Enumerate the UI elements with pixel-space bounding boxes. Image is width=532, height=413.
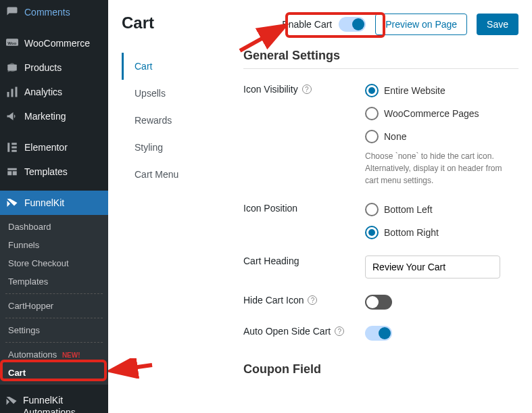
sidebar-label: WooCommerce [24, 38, 90, 49]
funnelkit-submenu: Dashboard Funnels Store Checkout Templat… [0, 215, 108, 385]
radio-circle-icon [365, 107, 379, 120]
templates-icon [5, 165, 19, 178]
icon-visibility-help: Choose `none` to hide the cart icon. Alt… [365, 150, 514, 187]
enable-cart-toggle[interactable] [339, 17, 366, 32]
sidebar-label: FunnelKit [24, 197, 64, 208]
elementor-icon [5, 141, 19, 154]
hide-cart-icon-toggle[interactable] [365, 295, 392, 310]
funnelkit-automations-icon [5, 394, 18, 408]
coupon-field-heading: Coupon Field [243, 362, 518, 382]
cart-heading-label: Cart Heading [243, 256, 365, 266]
svg-rect-5 [16, 87, 18, 97]
radio-circle-icon [365, 84, 379, 97]
submenu-settings[interactable]: Settings [0, 321, 108, 339]
sidebar-item-analytics[interactable]: Analytics [0, 80, 108, 104]
submenu-templates[interactable]: Templates [0, 272, 108, 291]
icon-visibility-radio-group: Entire Website WooCommerce Pages None [365, 84, 518, 143]
sidebar-item-funnelkit-automations[interactable]: FunnelKit Automations [0, 389, 108, 413]
help-icon[interactable]: ? [308, 295, 317, 305]
content-area: Cart Cart Upsells Rewards Styling Cart M… [108, 0, 532, 413]
submenu-label: Automations [8, 349, 57, 360]
tab-cart-menu[interactable]: Cart Menu [122, 161, 230, 188]
svg-text:Woo: Woo [7, 41, 16, 45]
sidebar-label: Templates [24, 166, 68, 177]
radio-bottom-left[interactable]: Bottom Left [365, 203, 518, 216]
comments-icon [5, 5, 19, 19]
submenu-carthopper[interactable]: CartHopper [0, 297, 108, 315]
radio-entire-website[interactable]: Entire Website [365, 84, 518, 97]
radio-none[interactable]: None [365, 130, 518, 143]
radio-circle-icon [365, 203, 379, 216]
cart-heading-input[interactable] [365, 256, 500, 278]
hide-cart-icon-row: Hide Cart Icon ? [243, 287, 518, 318]
main-settings: Enable Cart Preview on Page Save General… [230, 0, 532, 413]
sidebar-item-elementor[interactable]: Elementor [0, 135, 108, 160]
sidebar-label: Analytics [24, 87, 62, 97]
sidebar-item-funnelkit[interactable]: FunnelKit [0, 191, 108, 215]
sidebar-item-products[interactable]: Products [0, 55, 108, 80]
submenu-automations[interactable]: Automations NEW! [0, 345, 108, 364]
svg-rect-4 [11, 89, 14, 97]
svg-rect-3 [7, 92, 9, 97]
auto-open-row: Auto Open Side Cart ? [243, 318, 518, 349]
submenu-cart[interactable]: Cart [0, 364, 108, 382]
admin-sidebar: Comments Woo WooCommerce Products Analyt… [0, 0, 108, 413]
sidebar-item-marketing[interactable]: Marketing [0, 104, 108, 128]
icon-visibility-label: Icon Visibility ? [243, 84, 365, 95]
woocommerce-icon: Woo [5, 37, 19, 50]
submenu-store-checkout[interactable]: Store Checkout [0, 254, 108, 272]
radio-circle-icon [365, 226, 379, 239]
general-settings-heading: General Settings [243, 49, 518, 69]
sidebar-label: Elementor [24, 142, 68, 153]
tab-upsells[interactable]: Upsells [122, 80, 230, 107]
tab-cart[interactable]: Cart [122, 53, 230, 80]
radio-circle-icon [365, 130, 379, 143]
auto-open-toggle[interactable] [365, 326, 392, 341]
funnelkit-icon [5, 196, 19, 210]
analytics-icon [5, 85, 19, 99]
page-title: Cart [122, 14, 230, 32]
svg-rect-9 [11, 150, 17, 152]
sidebar-label: Comments [24, 7, 70, 18]
sidebar-label: Marketing [24, 111, 66, 122]
tab-styling[interactable]: Styling [122, 134, 230, 161]
help-icon[interactable]: ? [335, 326, 344, 336]
svg-rect-6 [7, 143, 9, 152]
cart-heading-row: Cart Heading [243, 247, 518, 287]
radio-woocommerce-pages[interactable]: WooCommerce Pages [365, 107, 518, 120]
preview-on-page-button[interactable]: Preview on Page [375, 14, 467, 35]
products-icon [5, 61, 19, 74]
sidebar-label: FunnelKit Automations [23, 394, 103, 413]
hide-cart-icon-label: Hide Cart Icon ? [243, 295, 365, 306]
icon-position-radio-group: Bottom Left Bottom Right [365, 203, 518, 239]
sidebar-label: Products [24, 62, 62, 73]
enable-cart-label: Enable Cart [282, 19, 332, 30]
help-icon[interactable]: ? [302, 84, 312, 94]
enable-cart-block: Enable Cart [282, 17, 366, 32]
auto-open-label: Auto Open Side Cart ? [243, 326, 365, 337]
submenu-dashboard[interactable]: Dashboard [0, 218, 108, 236]
svg-rect-2 [7, 65, 17, 71]
marketing-icon [5, 110, 19, 123]
tab-rewards[interactable]: Rewards [122, 107, 230, 134]
svg-rect-8 [11, 147, 17, 149]
icon-position-label: Icon Position [243, 203, 365, 214]
settings-tabs-column: Cart Cart Upsells Rewards Styling Cart M… [108, 0, 230, 413]
submenu-funnels[interactable]: Funnels [0, 236, 108, 254]
sidebar-item-templates[interactable]: Templates [0, 160, 108, 184]
sidebar-item-woocommerce[interactable]: Woo WooCommerce [0, 31, 108, 55]
sidebar-item-comments[interactable]: Comments [0, 0, 108, 24]
icon-position-row: Icon Position Bottom Left Bottom Right [243, 195, 518, 247]
radio-bottom-right[interactable]: Bottom Right [365, 226, 518, 239]
top-bar: Enable Cart Preview on Page Save [243, 14, 518, 35]
svg-rect-7 [11, 143, 17, 145]
settings-tabs: Cart Upsells Rewards Styling Cart Menu [122, 53, 230, 188]
save-button[interactable]: Save [477, 14, 518, 35]
new-badge: NEW! [62, 351, 80, 359]
icon-visibility-row: Icon Visibility ? Entire Website WooComm… [243, 76, 518, 195]
